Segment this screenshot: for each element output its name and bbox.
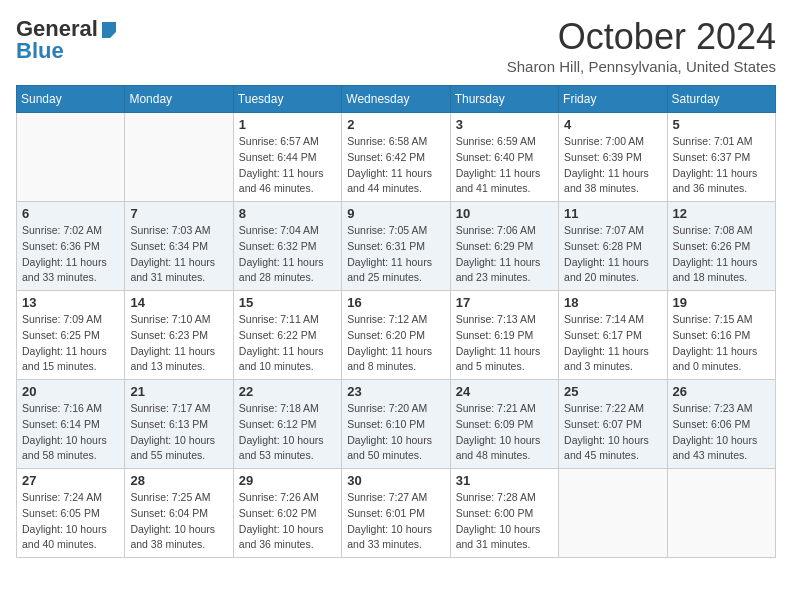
day-info: Sunrise: 7:27 AMSunset: 6:01 PMDaylight:… [347, 490, 444, 553]
day-number: 9 [347, 206, 444, 221]
weekday-header-row: Sunday Monday Tuesday Wednesday Thursday… [17, 86, 776, 113]
day-number: 27 [22, 473, 119, 488]
table-row: 31 Sunrise: 7:28 AMSunset: 6:00 PMDaylig… [450, 469, 558, 558]
day-info: Sunrise: 7:14 AMSunset: 6:17 PMDaylight:… [564, 312, 661, 375]
table-row: 14 Sunrise: 7:10 AMSunset: 6:23 PMDaylig… [125, 291, 233, 380]
day-info: Sunrise: 7:24 AMSunset: 6:05 PMDaylight:… [22, 490, 119, 553]
day-info: Sunrise: 7:23 AMSunset: 6:06 PMDaylight:… [673, 401, 770, 464]
day-info: Sunrise: 7:28 AMSunset: 6:00 PMDaylight:… [456, 490, 553, 553]
logo: General Blue [16, 16, 118, 64]
day-number: 29 [239, 473, 336, 488]
table-row: 22 Sunrise: 7:18 AMSunset: 6:12 PMDaylig… [233, 380, 341, 469]
day-number: 22 [239, 384, 336, 399]
day-number: 18 [564, 295, 661, 310]
day-number: 5 [673, 117, 770, 132]
week-row-5: 27 Sunrise: 7:24 AMSunset: 6:05 PMDaylig… [17, 469, 776, 558]
header-saturday: Saturday [667, 86, 775, 113]
day-number: 7 [130, 206, 227, 221]
day-info: Sunrise: 7:04 AMSunset: 6:32 PMDaylight:… [239, 223, 336, 286]
day-info: Sunrise: 7:03 AMSunset: 6:34 PMDaylight:… [130, 223, 227, 286]
table-row [17, 113, 125, 202]
table-row: 15 Sunrise: 7:11 AMSunset: 6:22 PMDaylig… [233, 291, 341, 380]
header-tuesday: Tuesday [233, 86, 341, 113]
day-number: 31 [456, 473, 553, 488]
day-number: 30 [347, 473, 444, 488]
day-info: Sunrise: 7:09 AMSunset: 6:25 PMDaylight:… [22, 312, 119, 375]
table-row: 24 Sunrise: 7:21 AMSunset: 6:09 PMDaylig… [450, 380, 558, 469]
day-number: 25 [564, 384, 661, 399]
day-number: 10 [456, 206, 553, 221]
table-row: 23 Sunrise: 7:20 AMSunset: 6:10 PMDaylig… [342, 380, 450, 469]
table-row: 11 Sunrise: 7:07 AMSunset: 6:28 PMDaylig… [559, 202, 667, 291]
table-row: 2 Sunrise: 6:58 AMSunset: 6:42 PMDayligh… [342, 113, 450, 202]
day-number: 19 [673, 295, 770, 310]
month-title: October 2024 [507, 16, 776, 58]
table-row: 28 Sunrise: 7:25 AMSunset: 6:04 PMDaylig… [125, 469, 233, 558]
page-header: General Blue October 2024 Sharon Hill, P… [16, 16, 776, 75]
day-info: Sunrise: 7:16 AMSunset: 6:14 PMDaylight:… [22, 401, 119, 464]
day-info: Sunrise: 7:17 AMSunset: 6:13 PMDaylight:… [130, 401, 227, 464]
table-row: 19 Sunrise: 7:15 AMSunset: 6:16 PMDaylig… [667, 291, 775, 380]
day-number: 15 [239, 295, 336, 310]
table-row: 26 Sunrise: 7:23 AMSunset: 6:06 PMDaylig… [667, 380, 775, 469]
day-number: 16 [347, 295, 444, 310]
logo-blue-text: Blue [16, 38, 64, 64]
table-row: 16 Sunrise: 7:12 AMSunset: 6:20 PMDaylig… [342, 291, 450, 380]
svg-marker-0 [102, 22, 116, 38]
table-row: 4 Sunrise: 7:00 AMSunset: 6:39 PMDayligh… [559, 113, 667, 202]
day-number: 2 [347, 117, 444, 132]
table-row [125, 113, 233, 202]
day-info: Sunrise: 6:58 AMSunset: 6:42 PMDaylight:… [347, 134, 444, 197]
day-number: 20 [22, 384, 119, 399]
day-number: 4 [564, 117, 661, 132]
table-row: 27 Sunrise: 7:24 AMSunset: 6:05 PMDaylig… [17, 469, 125, 558]
day-info: Sunrise: 7:12 AMSunset: 6:20 PMDaylight:… [347, 312, 444, 375]
location-text: Sharon Hill, Pennsylvania, United States [507, 58, 776, 75]
header-thursday: Thursday [450, 86, 558, 113]
day-info: Sunrise: 7:11 AMSunset: 6:22 PMDaylight:… [239, 312, 336, 375]
week-row-4: 20 Sunrise: 7:16 AMSunset: 6:14 PMDaylig… [17, 380, 776, 469]
day-number: 11 [564, 206, 661, 221]
header-wednesday: Wednesday [342, 86, 450, 113]
table-row: 13 Sunrise: 7:09 AMSunset: 6:25 PMDaylig… [17, 291, 125, 380]
day-info: Sunrise: 7:06 AMSunset: 6:29 PMDaylight:… [456, 223, 553, 286]
day-info: Sunrise: 6:59 AMSunset: 6:40 PMDaylight:… [456, 134, 553, 197]
week-row-1: 1 Sunrise: 6:57 AMSunset: 6:44 PMDayligh… [17, 113, 776, 202]
header-friday: Friday [559, 86, 667, 113]
day-number: 21 [130, 384, 227, 399]
day-info: Sunrise: 7:02 AMSunset: 6:36 PMDaylight:… [22, 223, 119, 286]
table-row: 21 Sunrise: 7:17 AMSunset: 6:13 PMDaylig… [125, 380, 233, 469]
day-number: 26 [673, 384, 770, 399]
table-row: 1 Sunrise: 6:57 AMSunset: 6:44 PMDayligh… [233, 113, 341, 202]
day-info: Sunrise: 7:15 AMSunset: 6:16 PMDaylight:… [673, 312, 770, 375]
day-number: 6 [22, 206, 119, 221]
header-monday: Monday [125, 86, 233, 113]
day-number: 23 [347, 384, 444, 399]
table-row: 6 Sunrise: 7:02 AMSunset: 6:36 PMDayligh… [17, 202, 125, 291]
logo-triangle-icon [100, 20, 118, 38]
day-number: 14 [130, 295, 227, 310]
header-sunday: Sunday [17, 86, 125, 113]
week-row-2: 6 Sunrise: 7:02 AMSunset: 6:36 PMDayligh… [17, 202, 776, 291]
day-info: Sunrise: 7:07 AMSunset: 6:28 PMDaylight:… [564, 223, 661, 286]
day-number: 1 [239, 117, 336, 132]
day-info: Sunrise: 7:25 AMSunset: 6:04 PMDaylight:… [130, 490, 227, 553]
week-row-3: 13 Sunrise: 7:09 AMSunset: 6:25 PMDaylig… [17, 291, 776, 380]
day-number: 8 [239, 206, 336, 221]
title-section: October 2024 Sharon Hill, Pennsylvania, … [507, 16, 776, 75]
day-info: Sunrise: 7:21 AMSunset: 6:09 PMDaylight:… [456, 401, 553, 464]
table-row: 12 Sunrise: 7:08 AMSunset: 6:26 PMDaylig… [667, 202, 775, 291]
table-row: 5 Sunrise: 7:01 AMSunset: 6:37 PMDayligh… [667, 113, 775, 202]
table-row: 18 Sunrise: 7:14 AMSunset: 6:17 PMDaylig… [559, 291, 667, 380]
table-row: 3 Sunrise: 6:59 AMSunset: 6:40 PMDayligh… [450, 113, 558, 202]
day-number: 28 [130, 473, 227, 488]
table-row: 30 Sunrise: 7:27 AMSunset: 6:01 PMDaylig… [342, 469, 450, 558]
day-info: Sunrise: 7:08 AMSunset: 6:26 PMDaylight:… [673, 223, 770, 286]
table-row [667, 469, 775, 558]
table-row: 10 Sunrise: 7:06 AMSunset: 6:29 PMDaylig… [450, 202, 558, 291]
day-info: Sunrise: 7:26 AMSunset: 6:02 PMDaylight:… [239, 490, 336, 553]
table-row: 7 Sunrise: 7:03 AMSunset: 6:34 PMDayligh… [125, 202, 233, 291]
day-info: Sunrise: 7:10 AMSunset: 6:23 PMDaylight:… [130, 312, 227, 375]
table-row: 17 Sunrise: 7:13 AMSunset: 6:19 PMDaylig… [450, 291, 558, 380]
table-row: 25 Sunrise: 7:22 AMSunset: 6:07 PMDaylig… [559, 380, 667, 469]
